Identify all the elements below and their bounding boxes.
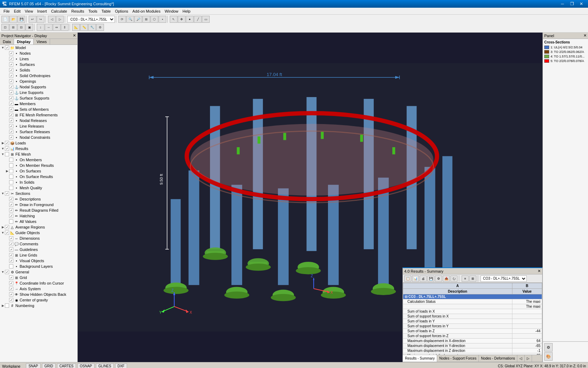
tb-save[interactable]: 💾 [18, 16, 25, 23]
tb-r11[interactable]: 🔧 [88, 24, 96, 31]
tree-expander-icon[interactable]: ▶ [1, 304, 5, 308]
table-row[interactable]: Maximum displacement in Y-direction-65 [403, 343, 542, 348]
tree-item-draw-in-foreground[interactable]: ✏Draw in Foreground [0, 202, 77, 207]
tree-checkbox[interactable] [9, 74, 13, 78]
res-tb-1[interactable]: 📋 [404, 275, 411, 282]
tree-item-nodal-supports[interactable]: ⚓Nodal Supports [0, 84, 77, 90]
tree-item-guidelines[interactable]: —Guidelines [0, 247, 77, 252]
tree-expander-icon[interactable] [5, 74, 9, 78]
tree-item-visual-objects[interactable]: •Visual Objects [0, 258, 77, 264]
footer-tab-deformations[interactable]: Nodes - Deformations [479, 355, 517, 362]
tree-item-show-hidden-objects-back[interactable]: 👁Show Hidden Objects Back [0, 292, 77, 297]
tb-r1[interactable]: ⊡ [1, 24, 9, 31]
status-item-osnap[interactable]: OSNAP [77, 363, 94, 368]
tree-item-in-solids[interactable]: •In Solids [0, 179, 77, 185]
tree-checkbox[interactable] [9, 298, 13, 302]
tree-item-background-layers[interactable]: •Background Layers [0, 264, 77, 269]
tree-checkbox[interactable] [9, 247, 13, 252]
tree-expander-icon[interactable] [5, 158, 9, 162]
tree-checkbox[interactable] [9, 85, 13, 89]
menu-item-view[interactable]: View [23, 8, 35, 14]
tree-expander-icon[interactable] [5, 118, 9, 123]
tree-expander-icon[interactable] [5, 281, 9, 285]
tree-checkbox[interactable] [5, 270, 9, 274]
tree-checkbox[interactable] [5, 46, 9, 50]
tree-item-surface-supports[interactable]: ⚓Surface Supports [0, 95, 77, 101]
tb-wireframe[interactable]: ⬡ [150, 16, 158, 23]
tree-item-members[interactable]: ▬Members [0, 101, 77, 107]
tb-prev[interactable]: ◁ [48, 16, 56, 23]
tree-item-on-surface-results[interactable]: •On Surface Results [0, 174, 77, 179]
tree-checkbox[interactable] [9, 253, 13, 257]
res-tb-9[interactable]: ⊞ [469, 275, 476, 282]
tree-expander-icon[interactable] [5, 247, 9, 252]
tree-checkbox[interactable] [9, 51, 13, 55]
tree-item-mesh-quality[interactable]: •Mesh Quality [0, 185, 77, 191]
tree-expander-icon[interactable] [5, 242, 9, 246]
status-item-cartes[interactable]: CARTES [57, 363, 76, 368]
menu-item-add-on-modules[interactable]: Add-on Modules [130, 8, 162, 14]
tb-surface[interactable]: ▭ [202, 16, 210, 23]
tb-next[interactable]: ▷ [56, 16, 64, 23]
tb-open[interactable]: 📂 [9, 16, 17, 23]
tree-item-grid[interactable]: ⊞Grid [0, 275, 77, 280]
tree-expander-icon[interactable]: ▼ [1, 231, 5, 235]
table-row[interactable]: Sum of support forces in Y [403, 324, 542, 329]
tab-display[interactable]: Display [14, 39, 34, 45]
res-tb-8[interactable]: ≡ [462, 275, 469, 282]
tree-checkbox[interactable] [9, 135, 13, 139]
tree-checkbox[interactable] [9, 287, 13, 291]
res-tb-6[interactable]: 📤 [443, 275, 450, 282]
tree-checkbox[interactable] [9, 90, 13, 95]
tree-expander-icon[interactable] [5, 197, 9, 201]
tree-item-general[interactable]: ▼⚙General [0, 269, 77, 275]
res-tb-4[interactable]: 💾 [427, 275, 434, 282]
viewport[interactable]: 17.04 ft [78, 33, 542, 362]
load-combo-dropdown[interactable]: CO3 - DL+.75LL+.75SL [67, 16, 115, 23]
tree-checkbox[interactable] [9, 203, 13, 207]
menu-item-options[interactable]: Options [113, 8, 130, 14]
tree-item-all-values[interactable]: ✏All Values [0, 219, 77, 224]
tree-checkbox[interactable] [5, 152, 9, 156]
tree-checkbox[interactable] [9, 214, 13, 218]
tree-item-lines[interactable]: •Lines [0, 56, 77, 62]
tb-r12[interactable]: ⚙ [96, 24, 104, 31]
footer-tab-support-forces[interactable]: Nodes - Support Forces [437, 355, 479, 362]
tb-r2[interactable]: ⊞ [9, 24, 17, 31]
tb-select[interactable]: ↖ [170, 16, 177, 23]
tree-checkbox[interactable] [9, 124, 13, 128]
tree-checkbox[interactable] [9, 180, 13, 184]
tree-item-fe-mesh[interactable]: ▼⊞FE Mesh [0, 151, 77, 157]
status-item-glines[interactable]: GLINES [96, 363, 114, 368]
tb-node[interactable]: ● [186, 16, 194, 23]
tree-item-solids[interactable]: •Solids [0, 67, 77, 73]
panel-color-icon[interactable]: 🎨 [544, 352, 553, 361]
status-item-dxf[interactable]: DXF [115, 363, 127, 368]
tree-expander-icon[interactable] [5, 264, 9, 268]
tree-expander-icon[interactable] [5, 180, 9, 184]
tree-checkbox[interactable] [9, 186, 13, 190]
table-row[interactable]: Sum of support forces in Z [403, 334, 542, 339]
tree-expander-icon[interactable] [5, 259, 9, 263]
tree-checkbox[interactable] [5, 231, 9, 235]
tree-expander-icon[interactable] [5, 219, 9, 224]
res-tb-5[interactable]: ⚙ [435, 275, 442, 282]
tree-checkbox[interactable] [9, 163, 13, 168]
menu-item-tools[interactable]: Tools [86, 8, 99, 14]
table-row[interactable]: Maximum displacement in Z direction-1 [403, 348, 542, 353]
results-close-icon[interactable]: ✕ [538, 269, 541, 273]
tree-checkbox[interactable] [9, 113, 13, 117]
tb-render[interactable]: ▪ [159, 16, 166, 23]
tree-expander-icon[interactable]: ▼ [1, 270, 5, 274]
tree-expander-icon[interactable] [5, 113, 9, 117]
tree-checkbox[interactable] [9, 96, 13, 100]
menu-item-results[interactable]: Results [69, 8, 86, 14]
minimize-button[interactable]: ─ [558, 0, 567, 8]
tree-expander-icon[interactable] [5, 96, 9, 100]
tree-item-sets-of-members[interactable]: ▬Sets of Members [0, 107, 77, 112]
tree-item-numbering[interactable]: ▶#Numbering [0, 303, 77, 308]
tree-item-guide-objects[interactable]: ▼📐Guide Objects [0, 230, 77, 236]
tb-r3[interactable]: ⊟ [18, 24, 25, 31]
tree-expander-icon[interactable] [5, 79, 9, 83]
title-bar-controls[interactable]: ─ ❐ ✕ [558, 0, 586, 8]
